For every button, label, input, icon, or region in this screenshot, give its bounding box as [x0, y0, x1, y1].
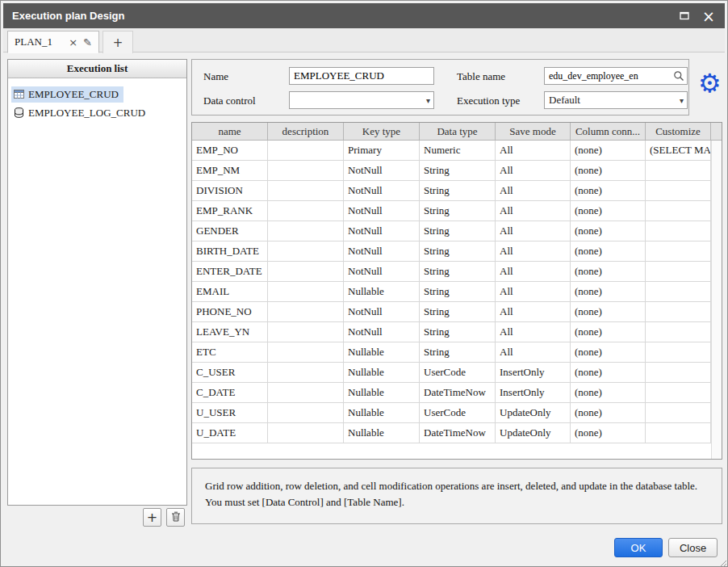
- table-cell[interactable]: C_USER: [192, 363, 268, 382]
- table-cell[interactable]: [646, 161, 711, 180]
- table-cell[interactable]: (none): [571, 141, 646, 160]
- close-icon[interactable]: ×: [697, 3, 720, 28]
- table-cell[interactable]: String: [420, 302, 496, 321]
- settings-gear-icon[interactable]: ⚙: [698, 69, 722, 97]
- table-cell[interactable]: UpdateOnly: [496, 403, 571, 422]
- table-cell[interactable]: All: [496, 221, 571, 241]
- table-cell[interactable]: DateTimeNow: [420, 383, 496, 402]
- table-cell[interactable]: LEAVE_YN: [192, 322, 268, 342]
- table-cell[interactable]: UserCode: [420, 403, 496, 422]
- table-row[interactable]: ETCNullableStringAll(none): [192, 342, 722, 363]
- table-cell[interactable]: NotNull: [344, 221, 420, 241]
- table-cell[interactable]: [646, 201, 711, 220]
- table-cell[interactable]: [646, 282, 711, 301]
- table-cell[interactable]: Nullable: [344, 342, 420, 362]
- table-cell[interactable]: [646, 242, 711, 261]
- table-row[interactable]: EMP_RANKNotNullStringAll(none): [192, 201, 722, 221]
- table-cell[interactable]: U_DATE: [192, 423, 268, 443]
- table-row[interactable]: ENTER_DATENotNullStringAll(none): [192, 262, 722, 282]
- table-cell[interactable]: [268, 423, 344, 443]
- table-cell[interactable]: EMAIL: [192, 282, 268, 301]
- table-cell[interactable]: (none): [571, 403, 646, 422]
- table-cell[interactable]: Nullable: [344, 383, 420, 402]
- table-cell[interactable]: [646, 403, 711, 422]
- search-icon[interactable]: [673, 70, 684, 82]
- table-cell[interactable]: [268, 181, 344, 200]
- table-cell[interactable]: BIRTH_DATE: [192, 242, 268, 261]
- table-cell[interactable]: InsertOnly: [496, 363, 571, 382]
- table-cell[interactable]: (none): [571, 161, 646, 180]
- tab-edit-pencil-icon[interactable]: ✎: [83, 37, 92, 48]
- table-cell[interactable]: EMP_NO: [192, 141, 268, 160]
- add-execution-button[interactable]: +: [143, 508, 161, 527]
- table-cell[interactable]: [268, 302, 344, 321]
- table-cell[interactable]: All: [496, 201, 571, 220]
- table-cell[interactable]: [268, 201, 344, 220]
- table-cell[interactable]: (none): [571, 201, 646, 220]
- table-row[interactable]: EMAILNullableStringAll(none): [192, 282, 722, 302]
- resize-grip[interactable]: [718, 557, 726, 565]
- table-cell[interactable]: All: [496, 161, 571, 180]
- table-cell[interactable]: String: [420, 161, 496, 180]
- table-row[interactable]: EMP_NMNotNullStringAll(none): [192, 161, 722, 181]
- table-cell[interactable]: All: [496, 282, 571, 301]
- execution-list-item-employee-log-crud[interactable]: EMPLOYEE_LOG_CRUD: [8, 103, 186, 122]
- table-cell[interactable]: (none): [571, 302, 646, 321]
- table-cell[interactable]: [646, 221, 711, 241]
- close-button[interactable]: Close: [668, 538, 718, 557]
- table-cell[interactable]: [646, 383, 711, 402]
- table-cell[interactable]: EMP_RANK: [192, 201, 268, 220]
- ok-button[interactable]: OK: [614, 538, 663, 557]
- table-cell[interactable]: [646, 423, 711, 443]
- table-cell[interactable]: C_DATE: [192, 383, 268, 402]
- table-cell[interactable]: [268, 282, 344, 301]
- name-input[interactable]: [289, 67, 434, 85]
- table-cell[interactable]: ENTER_DATE: [192, 262, 268, 281]
- table-cell[interactable]: EMP_NM: [192, 161, 268, 180]
- table-cell[interactable]: All: [496, 322, 571, 342]
- table-name-input[interactable]: [544, 67, 688, 85]
- table-cell[interactable]: (none): [571, 363, 646, 382]
- table-cell[interactable]: NotNull: [344, 242, 420, 261]
- table-row[interactable]: U_DATENullableDateTimeNowUpdateOnly(none…: [192, 423, 722, 443]
- table-row[interactable]: LEAVE_YNNotNullStringAll(none): [192, 322, 722, 342]
- column-header-customize[interactable]: Customize: [646, 123, 711, 140]
- table-cell[interactable]: Primary: [344, 141, 420, 160]
- table-cell[interactable]: [646, 302, 711, 321]
- table-row[interactable]: EMP_NOPrimaryNumericAll(none)(SELECT MAX…: [192, 141, 722, 161]
- column-header-column-conn[interactable]: Column conn...: [571, 123, 646, 140]
- tab-close-icon[interactable]: ×: [69, 37, 77, 48]
- column-header-key-type[interactable]: Key type: [344, 123, 420, 140]
- table-row[interactable]: BIRTH_DATENotNullStringAll(none): [192, 242, 722, 262]
- table-cell[interactable]: String: [420, 181, 496, 200]
- table-cell[interactable]: [268, 342, 344, 362]
- table-row[interactable]: DIVISIONNotNullStringAll(none): [192, 181, 722, 201]
- vertical-scrollbar[interactable]: [711, 141, 722, 459]
- table-cell[interactable]: DateTimeNow: [420, 423, 496, 443]
- table-cell[interactable]: [646, 262, 711, 281]
- table-cell[interactable]: [268, 242, 344, 261]
- execution-type-select[interactable]: Default ▾: [544, 91, 688, 109]
- table-cell[interactable]: NotNull: [344, 181, 420, 200]
- table-cell[interactable]: All: [496, 141, 571, 160]
- table-cell[interactable]: ETC: [192, 342, 268, 362]
- table-cell[interactable]: [646, 181, 711, 200]
- table-cell[interactable]: (none): [571, 342, 646, 362]
- table-cell[interactable]: (none): [571, 181, 646, 200]
- table-cell[interactable]: [646, 363, 711, 382]
- table-cell[interactable]: (none): [571, 383, 646, 402]
- table-cell[interactable]: String: [420, 221, 496, 241]
- table-cell[interactable]: (none): [571, 262, 646, 281]
- table-cell[interactable]: [268, 383, 344, 402]
- column-header-name[interactable]: name: [192, 123, 268, 140]
- table-cell[interactable]: NotNull: [344, 201, 420, 220]
- table-cell[interactable]: [646, 342, 711, 362]
- table-cell[interactable]: Nullable: [344, 423, 420, 443]
- table-cell[interactable]: DIVISION: [192, 181, 268, 200]
- table-cell[interactable]: String: [420, 282, 496, 301]
- table-cell[interactable]: [268, 403, 344, 422]
- table-cell[interactable]: [268, 221, 344, 241]
- table-cell[interactable]: [268, 363, 344, 382]
- table-cell[interactable]: GENDER: [192, 221, 268, 241]
- table-cell[interactable]: U_USER: [192, 403, 268, 422]
